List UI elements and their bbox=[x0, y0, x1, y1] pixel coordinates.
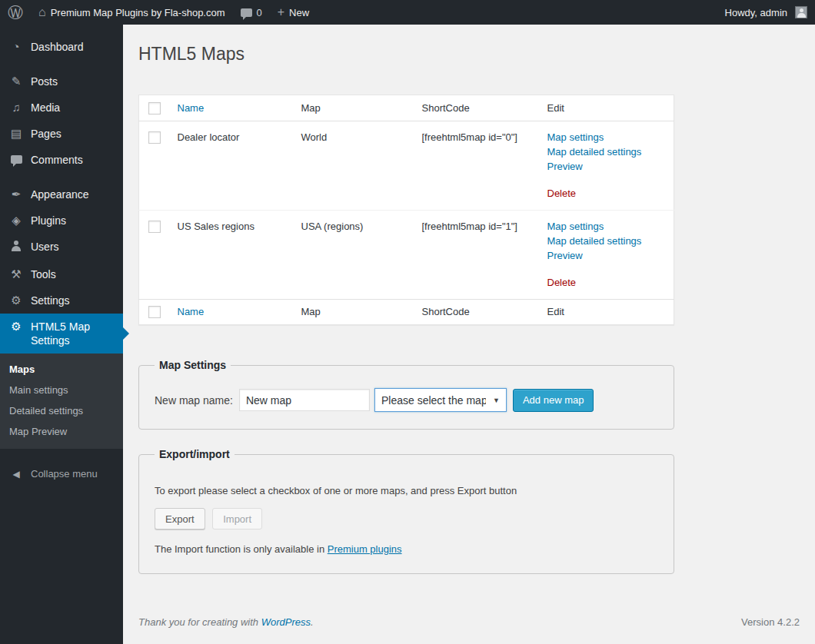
delete-link[interactable]: Delete bbox=[547, 275, 577, 290]
table-row: Dealer locator World [freehtml5map id="0… bbox=[139, 121, 674, 210]
users-icon bbox=[8, 240, 24, 255]
column-map: Map bbox=[294, 95, 414, 121]
collapse-icon: ◀ bbox=[8, 467, 24, 481]
sidebar-item-comments[interactable]: Comments bbox=[0, 147, 123, 173]
new-label: New bbox=[289, 7, 309, 18]
map-settings-link[interactable]: Map settings bbox=[547, 130, 667, 144]
sidebar-item-label: Tools bbox=[31, 267, 56, 281]
avatar bbox=[795, 6, 807, 18]
admin-footer: Thank you for creating with WordPress. V… bbox=[138, 616, 800, 628]
submenu-item-main-settings[interactable]: Main settings bbox=[0, 380, 123, 400]
sidebar-item-label: Settings bbox=[31, 294, 70, 307]
sidebar-item-dashboard[interactable]: ◔ Dashboard bbox=[0, 34, 123, 60]
submenu-item-detailed-settings[interactable]: Detailed settings bbox=[0, 400, 123, 421]
shortcode-cell: [freehtml5map id="1"] bbox=[414, 210, 540, 299]
import-note: The Import function is only available in… bbox=[155, 543, 658, 555]
comments-menu[interactable]: 0 bbox=[233, 0, 270, 25]
map-name-cell: Dealer locator bbox=[170, 121, 294, 210]
column-name-sort-bottom[interactable]: Name bbox=[178, 306, 205, 317]
sidebar-item-label: Users bbox=[31, 240, 59, 254]
sidebar-item-pages[interactable]: ▤ Pages bbox=[0, 121, 123, 147]
row-checkbox[interactable] bbox=[148, 221, 161, 233]
premium-plugins-link[interactable]: Premium plugins bbox=[328, 543, 402, 555]
row-checkbox[interactable] bbox=[148, 131, 161, 144]
wordpress-link[interactable]: WordPress bbox=[261, 616, 311, 628]
map-name-cell: US Sales regions bbox=[170, 210, 294, 299]
new-map-name-label: New map name: bbox=[155, 394, 233, 407]
export-description: To export please select a checkbox of on… bbox=[155, 485, 658, 496]
preview-link[interactable]: Preview bbox=[547, 159, 667, 174]
howdy-text: Howdy, admin bbox=[725, 7, 787, 18]
maps-table: Name Map ShortCode Edit Dealer locator W… bbox=[138, 95, 674, 325]
page-title: HTML5 Maps bbox=[138, 40, 800, 68]
map-template-select[interactable]: Please select the map bbox=[374, 388, 507, 412]
sidebar-item-html5-map-settings[interactable]: ⚙ HTML5 Map Settings bbox=[0, 314, 123, 354]
sidebar-item-label: HTML5 Map Settings bbox=[31, 320, 117, 347]
table-row: US Sales regions USA (regions) [freehtml… bbox=[139, 210, 674, 299]
column-edit: Edit bbox=[540, 95, 674, 121]
table-header-row: Name Map ShortCode Edit bbox=[139, 95, 674, 121]
sidebar-item-media[interactable]: ♫ Media bbox=[0, 95, 123, 121]
dashboard-icon: ◔ bbox=[8, 40, 24, 54]
posts-icon: ✎ bbox=[8, 75, 24, 88]
new-menu[interactable]: + New bbox=[270, 0, 317, 25]
home-icon: ⌂ bbox=[38, 6, 46, 18]
select-all-checkbox-bottom[interactable] bbox=[148, 306, 161, 318]
export-button[interactable]: Export bbox=[155, 508, 205, 529]
submenu-item-maps[interactable]: Maps bbox=[0, 359, 123, 380]
import-button: Import bbox=[212, 508, 262, 529]
column-edit-bottom: Edit bbox=[540, 299, 674, 325]
site-menu[interactable]: ⌂ Premium Map Plugins by Fla-shop.com bbox=[31, 0, 233, 25]
map-template-select-wrap: Please select the map ▼ bbox=[374, 388, 507, 412]
map-detailed-settings-link[interactable]: Map detailed settings bbox=[547, 234, 667, 248]
map-settings-legend: Map Settings bbox=[155, 359, 231, 371]
map-type-cell: USA (regions) bbox=[294, 210, 414, 299]
collapse-menu-button[interactable]: ◀ Collapse menu bbox=[0, 461, 123, 487]
footer-thanks-text: Thank you for creating with bbox=[138, 616, 261, 628]
select-all-checkbox[interactable] bbox=[148, 102, 161, 115]
comments-icon bbox=[8, 153, 24, 167]
sidebar-item-appearance[interactable]: ✒ Appearance bbox=[0, 181, 123, 207]
add-new-map-button[interactable]: Add new map bbox=[513, 389, 594, 412]
map-settings-link[interactable]: Map settings bbox=[547, 219, 667, 234]
wordpress-admin: Ⓦ ⌂ Premium Map Plugins by Fla-shop.com … bbox=[0, 0, 815, 644]
column-name-sort[interactable]: Name bbox=[178, 102, 205, 114]
account-menu[interactable]: Howdy, admin bbox=[717, 0, 815, 25]
sidebar-item-settings[interactable]: ⚙ Settings bbox=[0, 287, 123, 314]
appearance-icon: ✒ bbox=[8, 188, 24, 201]
shortcode-cell: [freehtml5map id="0"] bbox=[414, 121, 540, 210]
sidebar-item-label: Posts bbox=[31, 75, 58, 88]
menu-separator bbox=[0, 173, 123, 181]
column-shortcode: ShortCode bbox=[414, 95, 540, 121]
import-note-text: The Import function is only available in bbox=[155, 543, 328, 555]
edit-cell: Map settings Map detailed settings Previ… bbox=[540, 121, 674, 210]
map-settings-section: Map Settings New map name: Please select… bbox=[138, 359, 674, 430]
sidebar-item-tools[interactable]: ⚒ Tools bbox=[0, 261, 123, 287]
wp-logo-menu[interactable]: Ⓦ bbox=[0, 0, 31, 25]
sidebar-item-label: Pages bbox=[31, 127, 62, 141]
menu-separator bbox=[0, 60, 123, 68]
sidebar-item-label: Dashboard bbox=[31, 40, 84, 54]
admin-bar: Ⓦ ⌂ Premium Map Plugins by Fla-shop.com … bbox=[0, 0, 815, 25]
collapse-menu-label: Collapse menu bbox=[31, 467, 98, 481]
new-map-name-input[interactable] bbox=[239, 389, 370, 411]
export-import-legend: Export/import bbox=[155, 448, 235, 460]
delete-link[interactable]: Delete bbox=[547, 186, 577, 201]
preview-link[interactable]: Preview bbox=[547, 248, 667, 263]
wordpress-logo-icon: Ⓦ bbox=[8, 5, 23, 20]
plus-icon: + bbox=[278, 6, 284, 18]
footer-thanks: Thank you for creating with WordPress. bbox=[138, 616, 314, 628]
sidebar-item-posts[interactable]: ✎ Posts bbox=[0, 68, 123, 95]
column-map-bottom: Map bbox=[294, 299, 414, 325]
version-text: Version 4.2.2 bbox=[741, 616, 800, 628]
site-name: Premium Map Plugins by Fla-shop.com bbox=[51, 7, 225, 18]
submenu-item-map-preview[interactable]: Map Preview bbox=[0, 421, 123, 442]
table-footer-row: Name Map ShortCode Edit bbox=[139, 299, 674, 325]
sidebar-item-users[interactable]: Users bbox=[0, 234, 123, 261]
tools-icon: ⚒ bbox=[8, 267, 24, 281]
media-icon: ♫ bbox=[8, 101, 24, 115]
sidebar-item-plugins[interactable]: ◈ Plugins bbox=[0, 207, 123, 234]
footer-thanks-period: . bbox=[311, 616, 314, 628]
map-detailed-settings-link[interactable]: Map detailed settings bbox=[547, 144, 667, 159]
map-type-cell: World bbox=[294, 121, 414, 210]
